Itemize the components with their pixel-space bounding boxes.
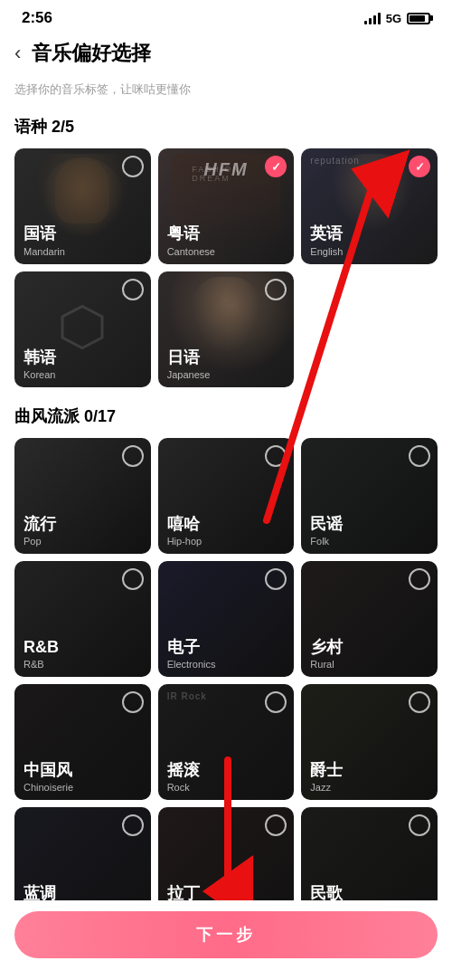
language-card-english[interactable]: reputation 英语 English [301,148,438,264]
english-main-label: 英语 [310,224,428,244]
folk-card-overlay: 民谣 Folk [301,438,438,554]
genre-card-jazz[interactable]: 爵士 Jazz [301,684,438,800]
jazz-main-label: 爵士 [310,761,428,781]
chinoiserie-sub-label: Chinoiserie [24,782,142,793]
language-card-korean[interactable]: 韩语 Korean [14,271,151,387]
chinoiserie-main-label: 中国风 [24,761,142,781]
rnb-card-overlay: R&B R&B [14,561,151,677]
status-bar: 2:56 5G [0,0,452,33]
japanese-sub-label: Japanese [167,369,286,380]
rural-main-label: 乡村 [310,638,428,658]
japanese-card-overlay: 日语 Japanese [158,271,295,387]
back-button[interactable]: ‹ [14,43,21,63]
genre-card-hiphop[interactable]: 嘻哈 Hip-hop [158,438,295,554]
genre-card-rnb[interactable]: R&B R&B [14,561,151,677]
genre-card-rural[interactable]: 乡村 Rural [301,561,438,677]
genre-card-chinoiserie[interactable]: 中国风 Chinoiserie [14,684,151,800]
rural-sub-label: Rural [310,659,428,670]
subtitle-text: 选择你的音乐标签，让咪咕更懂你 [0,78,452,112]
content-scroll: 选择你的音乐标签，让咪咕更懂你 语种 2/5 国语 Mandarin HFM [0,78,452,980]
genre-card-rock[interactable]: IR Rock 摇滚 Rock [158,684,295,800]
language-card-mandarin[interactable]: 国语 Mandarin [14,148,151,264]
mandarin-main-label: 国语 [24,224,142,244]
battery-fill [410,15,425,22]
cantonese-main-label: 粤语 [167,224,286,244]
rock-main-label: 摇滚 [167,761,286,781]
header: ‹ 音乐偏好选择 [0,33,452,78]
rock-sub-label: Rock [167,782,286,793]
chinoiserie-card-overlay: 中国风 Chinoiserie [14,684,151,800]
korean-main-label: 韩语 [24,348,142,368]
genre-grid: 流行 Pop 嘻哈 Hip-hop 民谣 Folk [0,438,452,923]
next-button[interactable]: 下一步 [14,911,438,958]
language-section-header: 语种 2/5 [0,112,452,148]
english-sub-label: English [310,246,428,257]
electronics-card-overlay: 电子 Electronics [158,561,295,677]
korean-card-overlay: 韩语 Korean [14,271,151,387]
language-grid: 国语 Mandarin HFM FASHION DREAM 粤语 Cantone… [0,148,452,387]
network-label: 5G [386,12,401,25]
genre-card-electronics[interactable]: 电子 Electronics [158,561,295,677]
korean-sub-label: Korean [24,369,142,380]
status-time: 2:56 [22,9,52,27]
status-icons: 5G [364,12,430,25]
bottom-area: 下一步 [0,900,452,980]
english-card-overlay: 英语 English [301,148,438,264]
rnb-main-label: R&B [24,638,142,658]
cantonese-card-overlay: 粤语 Cantonese [158,148,295,264]
genre-card-folk[interactable]: 民谣 Folk [301,438,438,554]
jazz-card-overlay: 爵士 Jazz [301,684,438,800]
battery-icon [407,13,430,24]
hiphop-main-label: 嘻哈 [167,515,286,535]
hiphop-card-overlay: 嘻哈 Hip-hop [158,438,295,554]
language-card-japanese[interactable]: 日语 Japanese [158,271,295,387]
electronics-sub-label: Electronics [167,659,286,670]
rnb-sub-label: R&B [24,659,142,670]
mandarin-card-overlay: 国语 Mandarin [14,148,151,264]
pop-card-overlay: 流行 Pop [14,438,151,554]
page-title: 音乐偏好选择 [32,40,151,67]
mandarin-sub-label: Mandarin [24,246,142,257]
genre-card-pop[interactable]: 流行 Pop [14,438,151,554]
hiphop-sub-label: Hip-hop [167,536,286,547]
rural-card-overlay: 乡村 Rural [301,561,438,677]
cantonese-sub-label: Cantonese [167,246,286,257]
rock-card-overlay: 摇滚 Rock [158,684,295,800]
genre-section-header: 曲风流派 0/17 [0,402,452,438]
language-card-cantonese[interactable]: HFM FASHION DREAM 粤语 Cantonese [158,148,295,264]
electronics-main-label: 电子 [167,638,286,658]
jazz-sub-label: Jazz [310,782,428,793]
pop-sub-label: Pop [24,536,142,547]
page-wrapper: 2:56 5G ‹ 音乐偏好选择 选择你的音乐标签，让咪咕更懂你 语种 2/5 [0,0,452,980]
folk-main-label: 民谣 [310,515,428,535]
folk-sub-label: Folk [310,536,428,547]
japanese-main-label: 日语 [167,348,286,368]
pop-main-label: 流行 [24,515,142,535]
signal-icon [364,12,381,24]
